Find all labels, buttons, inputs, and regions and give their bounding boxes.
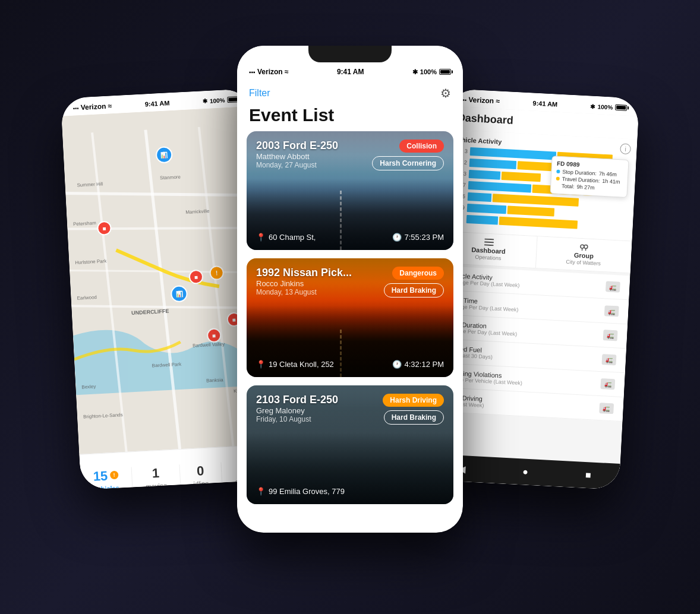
card-2-vehicle-name: 1992 Nissan Pick... xyxy=(256,267,352,279)
moving-label: moving xyxy=(146,482,167,490)
warning-icon: ! xyxy=(216,269,218,276)
card-1-driver: Matthew Abbott xyxy=(256,152,338,161)
marker-red-1[interactable]: ■ xyxy=(97,221,112,236)
tooltip-stop-value: 7h 46m xyxy=(599,170,617,178)
speeding-icon: 🚛 xyxy=(600,378,615,390)
bar-blue-6 xyxy=(467,204,507,214)
right-status-carrier: ▪▪▪ Verizon ≈ xyxy=(461,95,500,105)
home-button[interactable]: ● xyxy=(522,466,529,477)
warning-badge: ! xyxy=(110,470,119,479)
card-2-top: 1992 Nissan Pick... Rocco Jinkins Monday… xyxy=(256,267,444,297)
event-card-2[interactable]: 1992 Nissan Pick... Rocco Jinkins Monday… xyxy=(247,258,453,377)
svg-rect-22 xyxy=(484,244,493,246)
svg-text:Hurlstone Park: Hurlstone Park xyxy=(75,258,107,265)
card-2-bottom: 📍 19 Cleta Knoll, 252 🕐 4:32:12 PM xyxy=(256,360,444,369)
event-card-3[interactable]: 2103 Ford E-250 Greg Maloney Friday, 10 … xyxy=(247,385,453,504)
center-status-carrier: ▪▪▪ Verizon ≈ xyxy=(249,68,289,76)
svg-rect-20 xyxy=(484,238,494,240)
divider-2 xyxy=(179,464,181,488)
idling-stat: 0 idling xyxy=(193,463,209,487)
card-1-vehicle-name: 2003 Ford E-250 xyxy=(256,140,338,152)
card-3-bottom: 📍 99 Emilia Groves, 779 xyxy=(256,487,444,496)
dashboard-title: Dashboard xyxy=(457,112,629,133)
event-list-title: Event List xyxy=(249,105,451,125)
phones-container: ▪▪▪ Verizon ≈ 9:41 AM ✱ 100% xyxy=(53,40,647,574)
event-list-screen: ▪▪▪ Verizon ≈ 9:41 AM ✱ 100% Filter ⚙ Ev… xyxy=(237,46,463,533)
tooltip-travel-label: Travel Duration: xyxy=(562,176,600,183)
vehicle-activity-chart: Vehicle Activity i FD 0989 Stop Duration… xyxy=(442,129,638,241)
svg-line-1 xyxy=(67,219,257,238)
bar-yellow-3 xyxy=(501,172,541,182)
stop-icon-2: ■ xyxy=(194,274,198,280)
card-1-bottom: 📍 60 Champ St, 🕐 7:55:23 PM xyxy=(256,233,444,242)
marker-red-3[interactable]: ■ xyxy=(207,328,222,343)
marker-yellow-1[interactable]: ! xyxy=(209,265,224,280)
svg-text:Summer Hill: Summer Hill xyxy=(77,181,103,188)
tab-group-city[interactable]: Group City of Watters xyxy=(535,236,632,273)
info-icon[interactable]: i xyxy=(620,143,631,154)
svg-text:Bexley: Bexley xyxy=(81,384,96,390)
right-status-icons: ✱ 100% xyxy=(590,103,627,111)
idling-label: idling xyxy=(193,479,209,487)
tooltip-total-label: Total: xyxy=(562,183,575,189)
card-3-badge-primary: Harsh Driving xyxy=(383,394,444,407)
vehicle-activity-icon: 🚛 xyxy=(606,281,620,292)
vehicles-stat[interactable]: 15 ! vehicles xyxy=(93,467,119,490)
center-status-time: 9:41 AM xyxy=(337,68,364,76)
event-cards-list: 2003 Ford E-250 Matthew Abbott Monday, 2… xyxy=(237,131,463,533)
bar-blue-4 xyxy=(468,181,531,193)
card-2-date: Monday, 13 August xyxy=(256,288,352,296)
card-2-badges: Dangerous Hard Braking xyxy=(384,267,444,297)
phone-center: ▪▪▪ Verizon ≈ 9:41 AM ✱ 100% Filter ⚙ Ev… xyxy=(237,46,463,533)
svg-point-23 xyxy=(581,245,584,248)
card-3-location: 📍 99 Emilia Groves, 779 xyxy=(256,487,345,496)
card-1-badge-secondary: Harsh Cornering xyxy=(372,156,444,170)
marker-red-2[interactable]: ■ xyxy=(188,270,203,284)
clock-icon-1: 🕐 xyxy=(392,233,402,242)
svg-line-2 xyxy=(92,132,127,459)
svg-text:Banksia: Banksia xyxy=(206,377,223,384)
card-3-top: 2103 Ford E-250 Greg Maloney Friday, 10 … xyxy=(256,394,444,425)
card-3-vehicle-info: 2103 Ford E-250 Greg Maloney Friday, 10 … xyxy=(256,394,338,423)
bar-blue-3 xyxy=(469,170,500,180)
tooltip-travel-dot xyxy=(556,177,560,181)
bar-yellow-7 xyxy=(499,217,578,229)
card-3-date: Friday, 10 August xyxy=(256,415,338,423)
bar-yellow-6 xyxy=(507,205,555,216)
card-3-badges: Harsh Driving Hard Braking xyxy=(383,394,444,425)
tooltip-travel-value: 1h 41m xyxy=(602,178,620,185)
stop-icon: ■ xyxy=(102,225,106,232)
card-1-location: 📍 60 Champ St, xyxy=(256,233,316,242)
marker-blue-2[interactable]: 📊 xyxy=(171,285,188,302)
svg-text:Bardwell Valley: Bardwell Valley xyxy=(193,341,225,349)
location-icon-2: 📍 xyxy=(256,360,266,369)
card-2-location: 📍 19 Cleta Knoll, 252 xyxy=(256,360,334,369)
card-3-content: 2103 Ford E-250 Greg Maloney Friday, 10 … xyxy=(247,385,453,504)
recents-button[interactable]: ■ xyxy=(585,470,591,480)
chart-icon: 📊 xyxy=(160,151,168,159)
settings-icon[interactable]: ⚙ xyxy=(440,86,451,100)
svg-text:UNDERCLIFFE: UNDERCLIFFE xyxy=(131,308,169,316)
card-1-time: 🕐 7:55:23 PM xyxy=(392,233,444,242)
moving-count: 1 xyxy=(152,466,160,482)
svg-line-0 xyxy=(65,183,256,205)
marker-blue-1[interactable]: 📊 xyxy=(155,146,172,163)
card-2-vehicle-info: 1992 Nissan Pick... Rocco Jinkins Monday… xyxy=(256,267,352,296)
event-card-1[interactable]: 2003 Ford E-250 Matthew Abbott Monday, 2… xyxy=(247,131,453,250)
stop-duration-icon: 🚛 xyxy=(603,330,618,341)
bar-blue-2 xyxy=(469,159,517,169)
phone-notch xyxy=(308,46,392,62)
card-2-time: 🕐 4:32:12 PM xyxy=(392,360,444,369)
right-status-time: 9:41 AM xyxy=(532,99,557,107)
divider-1 xyxy=(131,467,133,490)
left-status-icons: ✱ 100% xyxy=(203,96,239,105)
svg-line-4 xyxy=(199,126,234,453)
card-1-badges: Collision Harsh Cornering xyxy=(372,140,444,170)
bar-blue-7 xyxy=(466,215,498,225)
filter-button[interactable]: Filter xyxy=(249,88,270,99)
vehicles-label: vehicles xyxy=(93,484,119,490)
tooltip-total-value: 9h 27m xyxy=(576,184,595,191)
tooltip-stop-dot xyxy=(556,170,560,173)
clock-icon-2: 🕐 xyxy=(392,360,402,369)
wasted-fuel-icon: 🚛 xyxy=(602,354,617,365)
